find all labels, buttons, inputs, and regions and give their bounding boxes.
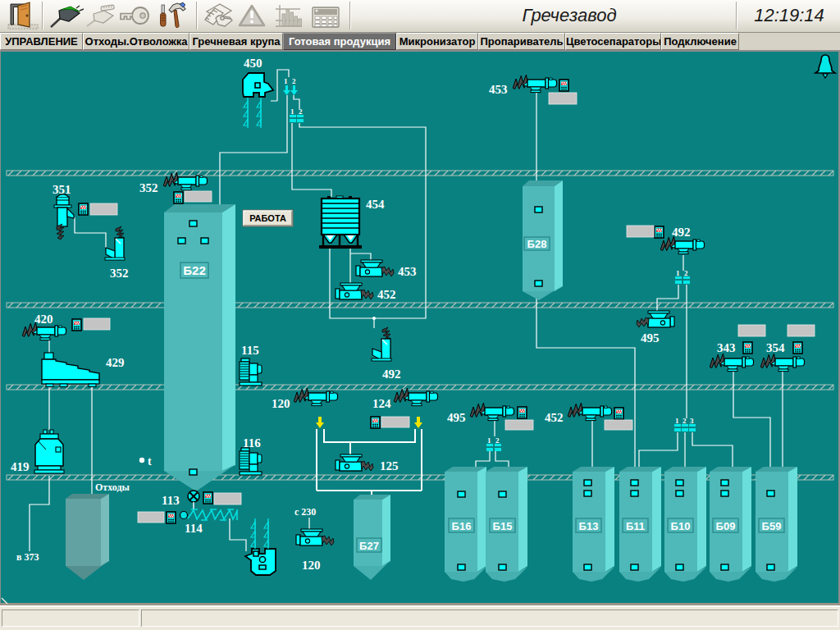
svg-text:2: 2 [682,417,687,425]
svg-text:343: 343 [717,341,736,354]
svg-text:Б59: Б59 [762,520,782,532]
svg-text:495: 495 [447,411,466,424]
svg-text:115: 115 [241,344,259,357]
svg-text:2: 2 [684,269,688,277]
svg-text:113: 113 [162,494,180,507]
svg-text:452: 452 [545,411,564,424]
svg-text:120: 120 [272,397,290,410]
svg-text:Б27: Б27 [359,540,379,552]
svg-text:120: 120 [302,559,321,572]
svg-text:Б15: Б15 [493,520,513,532]
svg-text:в 373: в 373 [16,551,39,563]
svg-text:2: 2 [299,107,303,116]
svg-text:124: 124 [372,397,391,410]
svg-text:Б22: Б22 [183,263,205,277]
svg-text:РАБОТА: РАБОТА [249,213,286,223]
svg-text:354: 354 [766,341,785,354]
svg-text:2: 2 [495,436,500,445]
svg-text:351: 351 [52,183,71,196]
svg-text:1: 1 [284,77,288,85]
svg-text:114: 114 [185,522,203,535]
svg-text:453: 453 [398,265,417,278]
svg-text:1: 1 [676,269,680,277]
svg-text:420: 420 [34,313,53,326]
svg-text:116: 116 [243,436,261,450]
svg-text:Б16: Б16 [452,520,472,532]
svg-text:Б13: Б13 [579,520,599,532]
svg-text:125: 125 [380,459,399,472]
svg-text:419: 419 [11,460,30,473]
svg-text:352: 352 [139,181,158,194]
svg-text:492: 492 [382,368,401,381]
svg-text:450: 450 [244,57,262,70]
svg-text:t: t [148,455,152,468]
svg-text:352: 352 [110,267,129,280]
svg-text:3: 3 [690,417,694,425]
svg-text:452: 452 [377,288,396,301]
svg-text:495: 495 [641,331,660,345]
svg-text:429: 429 [106,356,125,369]
svg-text:453: 453 [489,83,508,96]
svg-text:с 230: с 230 [294,506,316,518]
svg-text:Б28: Б28 [527,238,547,250]
svg-text:Б11: Б11 [626,520,645,532]
svg-text:1: 1 [290,107,294,116]
svg-text:Отходы: Отходы [95,482,130,493]
svg-text:Б09: Б09 [716,520,736,532]
svg-text:454: 454 [366,198,385,211]
svg-text:1: 1 [487,436,491,445]
svg-text:1: 1 [675,417,679,425]
svg-text:Б10: Б10 [671,520,691,532]
svg-text:2: 2 [292,77,296,85]
svg-text:492: 492 [672,226,691,239]
